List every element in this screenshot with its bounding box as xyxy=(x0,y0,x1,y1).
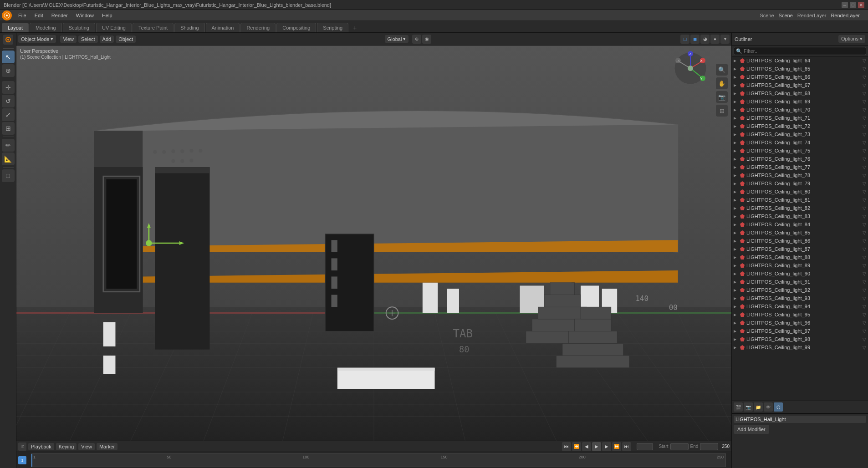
outliner-item-visibility[interactable]: ▽ xyxy=(863,345,866,350)
add-menu[interactable]: Add xyxy=(100,36,114,43)
outliner-item[interactable]: ▶ LIGHTPOS_Ceiling_light_67 ▽ xyxy=(732,81,868,89)
annotate-tool-button[interactable]: ✏ xyxy=(2,139,15,152)
outliner-item-visibility[interactable]: ▽ xyxy=(863,263,866,268)
outliner-item-visibility[interactable]: ▽ xyxy=(863,148,866,153)
select-tool-button[interactable]: ↖ xyxy=(2,51,15,63)
outliner-item[interactable]: ▶ LIGHTPOS_Ceiling_light_88 ▽ xyxy=(732,253,868,261)
outliner-item[interactable]: ▶ LIGHTPOS_Ceiling_light_98 ▽ xyxy=(732,335,868,343)
outliner-item[interactable]: ▶ LIGHTPOS_Ceiling_light_92 ▽ xyxy=(732,286,868,294)
object-mode-dropdown[interactable]: Object Mode ▾ xyxy=(18,35,56,43)
next-frame-button[interactable]: ▶ xyxy=(602,442,611,451)
tab-animation[interactable]: Animation xyxy=(206,23,240,32)
outliner-item[interactable]: ▶ LIGHTPOS_Ceiling_light_65 ▽ xyxy=(732,65,868,73)
navigation-gizmo[interactable]: X -X Z Y xyxy=(672,50,709,86)
scale-tool-button[interactable]: ⤢ xyxy=(2,108,15,121)
add-mesh-button[interactable]: □ xyxy=(2,169,15,182)
blender-icon-btn[interactable] xyxy=(3,35,13,45)
outliner-item-visibility[interactable]: ▽ xyxy=(863,132,866,137)
grid-tool[interactable]: ⊞ xyxy=(716,105,728,117)
outliner-item-visibility[interactable]: ▽ xyxy=(863,337,866,342)
outliner-item-visibility[interactable]: ▽ xyxy=(863,304,866,309)
camera-tool[interactable]: 📷 xyxy=(716,91,728,103)
timeline-track[interactable]: 1 50 100 150 200 250 xyxy=(31,453,726,467)
tab-texture-paint[interactable]: Texture Paint xyxy=(133,23,174,32)
outliner-item[interactable]: ▶ LIGHTPOS_Ceiling_light_64 ▽ xyxy=(732,56,868,65)
menu-edit[interactable]: Edit xyxy=(31,12,47,19)
outliner-item-visibility[interactable]: ▽ xyxy=(863,288,866,293)
timeline-body[interactable]: 1 1 50 100 150 200 250 xyxy=(16,452,731,468)
outliner-item-visibility[interactable]: ▽ xyxy=(863,222,866,227)
outliner-item[interactable]: ▶ LIGHTPOS_Ceiling_light_70 ▽ xyxy=(732,106,868,114)
outliner-item-visibility[interactable]: ▽ xyxy=(863,124,866,129)
outliner-item-visibility[interactable]: ▽ xyxy=(863,247,866,252)
outliner-item-visibility[interactable]: ▽ xyxy=(863,140,866,145)
outliner-item[interactable]: ▶ LIGHTPOS_Ceiling_light_86 ▽ xyxy=(732,237,868,245)
viewport-shading-solid[interactable]: ◼ xyxy=(690,35,700,44)
outliner-item-visibility[interactable]: ▽ xyxy=(863,99,866,104)
object-menu[interactable]: Object xyxy=(116,36,136,43)
cursor-tool-button[interactable]: ⊕ xyxy=(2,64,15,77)
outliner-item[interactable]: ▶ LIGHTPOS_Ceiling_light_83 ▽ xyxy=(732,212,868,220)
end-frame-input[interactable]: 250 xyxy=(700,443,718,450)
transform-space-dropdown[interactable]: Global ▾ xyxy=(385,35,409,43)
outliner-item-visibility[interactable]: ▽ xyxy=(863,66,866,71)
outliner-item-visibility[interactable]: ▽ xyxy=(863,296,866,301)
view-menu[interactable]: View xyxy=(60,36,77,43)
outliner-item-visibility[interactable]: ▽ xyxy=(863,181,866,186)
outliner-item-visibility[interactable]: ▽ xyxy=(863,329,866,334)
outliner-item[interactable]: ▶ LIGHTPOS_Ceiling_light_94 ▽ xyxy=(732,302,868,310)
scene-properties-icon[interactable]: 🎬 xyxy=(734,402,743,412)
outliner-item-visibility[interactable]: ▽ xyxy=(863,58,866,63)
measure-tool-button[interactable]: 📐 xyxy=(2,153,15,165)
outliner-item-visibility[interactable]: ▽ xyxy=(863,271,866,276)
outliner-item[interactable]: ▶ LIGHTPOS_Ceiling_light_95 ▽ xyxy=(732,310,868,319)
outliner-item-visibility[interactable]: ▽ xyxy=(863,198,866,203)
viewport-shading-rendered[interactable]: ● xyxy=(710,35,720,44)
jump-to-end-button[interactable]: ⏭ xyxy=(622,442,631,451)
move-tool-button[interactable]: ✛ xyxy=(2,81,15,94)
outliner-item[interactable]: ▶ LIGHTPOS_Ceiling_light_66 ▽ xyxy=(732,73,868,81)
renderlayer-name[interactable]: RenderLayer xyxy=(828,12,863,19)
minimize-button[interactable]: ─ xyxy=(842,2,848,8)
snap-toggle[interactable]: ⊕ xyxy=(412,35,421,44)
tab-layout[interactable]: Layout xyxy=(2,23,29,32)
object-properties-icon[interactable]: ⬡ xyxy=(774,402,783,412)
outliner-item[interactable]: ▶ LIGHTPOS_Ceiling_light_76 ▽ xyxy=(732,155,868,163)
outliner-item[interactable]: ▶ LIGHTPOS_Ceiling_light_72 ▽ xyxy=(732,122,868,130)
rotate-tool-button[interactable]: ↺ xyxy=(2,95,15,107)
jump-to-start-button[interactable]: ⏮ xyxy=(562,442,571,451)
outliner-item[interactable]: ▶ LIGHTPOS_Ceiling_light_71 ▽ xyxy=(732,114,868,122)
outliner-item[interactable]: ▶ LIGHTPOS_Ceiling_light_78 ▽ xyxy=(732,171,868,179)
timeline-icon[interactable]: ⏱ xyxy=(18,443,26,451)
scene-name[interactable]: Scene xyxy=(776,12,796,19)
proportional-edit-toggle[interactable]: ◉ xyxy=(422,35,431,44)
outliner-options[interactable]: Options ▾ xyxy=(838,35,865,43)
outliner-item[interactable]: ▶ LIGHTPOS_Ceiling_light_91 ▽ xyxy=(732,278,868,286)
select-menu[interactable]: Select xyxy=(78,36,98,43)
outliner-item[interactable]: ▶ LIGHTPOS_Ceiling_light_84 ▽ xyxy=(732,220,868,229)
outliner-item-visibility[interactable]: ▽ xyxy=(863,91,866,96)
outliner-item-visibility[interactable]: ▽ xyxy=(863,206,866,211)
outliner-item[interactable]: ▶ LIGHTPOS_Ceiling_light_77 ▽ xyxy=(732,163,868,171)
outliner-item[interactable]: ▶ LIGHTPOS_Ceiling_light_69 ▽ xyxy=(732,97,868,106)
outliner-item-visibility[interactable]: ▽ xyxy=(863,239,866,244)
tab-rendering[interactable]: Rendering xyxy=(240,23,276,32)
outliner-item[interactable]: ▶ LIGHTPOS_Ceiling_light_93 ▽ xyxy=(732,294,868,302)
outliner-item[interactable]: ▶ LIGHTPOS_Ceiling_light_80 ▽ xyxy=(732,188,868,196)
tab-sculpting[interactable]: Sculpting xyxy=(63,23,95,32)
outliner-search-input[interactable] xyxy=(734,47,866,55)
viewport-shading-material[interactable]: ◕ xyxy=(700,35,710,44)
add-workspace-button[interactable]: + xyxy=(349,23,360,32)
start-frame-input[interactable]: 1 xyxy=(670,443,689,450)
viewport-shading-wireframe[interactable]: ◻ xyxy=(680,35,689,44)
outliner-item[interactable]: ▶ LIGHTPOS_Ceiling_light_89 ▽ xyxy=(732,261,868,270)
outliner-item[interactable]: ▶ LIGHTPOS_Ceiling_light_74 ▽ xyxy=(732,138,868,147)
outliner-item-visibility[interactable]: ▽ xyxy=(863,75,866,80)
outliner-item-visibility[interactable]: ▽ xyxy=(863,165,866,170)
transform-tool-button[interactable]: ⊞ xyxy=(2,122,15,135)
window-controls[interactable]: ─ □ ✕ xyxy=(842,2,864,8)
outliner-item-visibility[interactable]: ▽ xyxy=(863,255,866,260)
outliner-item[interactable]: ▶ LIGHTPOS_Ceiling_light_68 ▽ xyxy=(732,89,868,97)
viewport-options-button[interactable]: ▾ xyxy=(720,35,730,44)
outliner-item-visibility[interactable]: ▽ xyxy=(863,280,866,285)
